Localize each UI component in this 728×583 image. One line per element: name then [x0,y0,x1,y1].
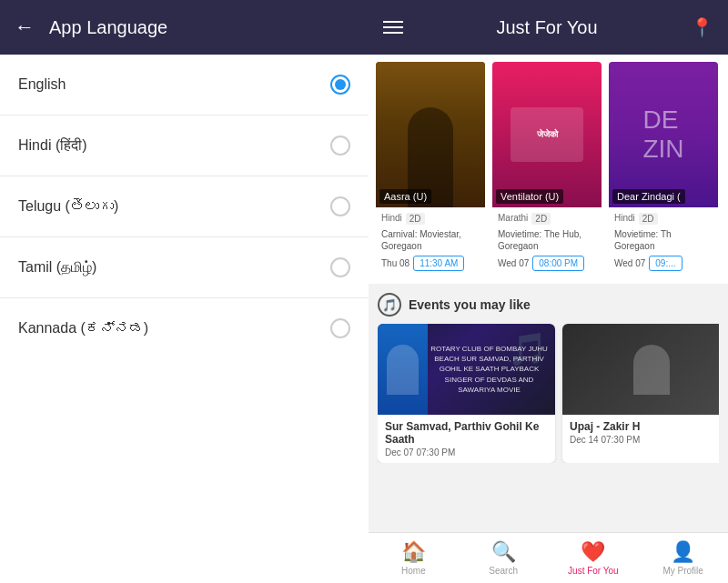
showtime-row-aasra: Thu 08 11:30 AM [381,256,480,271]
home-label: Home [401,566,426,576]
left-header: ← App Language [0,0,369,55]
language-item-hindi[interactable]: Hindi (हिंदी) [0,116,369,176]
movies-section: Aasra (U) Hindi 2D Carnival: Moviestar, … [369,55,728,284]
movie-card-aasra[interactable]: Aasra (U) Hindi 2D Carnival: Moviestar, … [376,62,485,276]
movie-poster-dear-zindagi: DEZIN Dear Zindagi ( [609,62,718,207]
just-for-you-label: Just For You [568,566,619,576]
movie-lang-badge-dear-zindagi: Hindi 2D [614,213,713,225]
movie-cards-container: Aasra (U) Hindi 2D Carnival: Moviestar, … [369,55,728,284]
language-name-telugu: Telugu (తెలుగు) [18,198,118,215]
bottom-nav: 🏠 Home 🔍 Search ❤️ Just For You 👤 My Pro… [369,532,728,583]
movie-label-ventilator: Ventilator (U) [496,189,563,204]
movie-label-dear-zindagi: Dear Zindagi ( [612,189,685,204]
date-aasra: Thu 08 [381,258,410,268]
lang-dear-zindagi: Hindi [614,213,635,225]
venue-aasra: Carnival: Moviestar, Goregaon [381,228,480,252]
app-language-panel: ← App Language English Hindi (हिंदी) Tel… [0,0,369,583]
my-profile-icon: 👤 [671,540,695,564]
nav-item-home[interactable]: 🏠 Home [369,535,459,581]
format-aasra: 2D [406,213,425,225]
movie-info-dear-zindagi: Hindi 2D Movietime: Th Goregaon Wed 07 0… [609,207,718,276]
just-for-you-panel: Just For You 📍 Aasra (U) Hindi [369,0,728,583]
radio-kannada[interactable] [330,318,350,338]
location-icon[interactable]: 📍 [691,16,713,38]
showtime-btn-aasra[interactable]: 11:30 AM [413,256,464,271]
language-name-tamil: Tamil (தமிழ்) [18,259,96,276]
showtime-row-dear-zindagi: Wed 07 09:... [614,256,713,271]
search-icon: 🔍 [491,540,516,564]
movie-info-ventilator: Marathi 2D Movietime: The Hub, Goregaon … [492,207,602,276]
event-card-upaj[interactable]: Upaj - Zakir H Dec 14 07:30 PM [562,324,719,463]
just-for-you-icon: ❤️ [581,540,605,564]
poster-person-aasra [376,62,485,207]
movie-label-aasra: Aasra (U) [379,189,431,204]
event-name-sur-samvad: Sur Samvad, Parthiv Gohil Ke Saath [385,420,548,446]
venue-dear-zindagi: Movietime: Th Goregaon [614,228,713,252]
event-date-sur-samvad: Dec 07 07:30 PM [385,447,548,457]
language-name-english: English [18,76,66,93]
event-card-sur-samvad[interactable]: 🎵 ROTARY CLUB OF BOMBAY JUHU BEACH SUR S… [378,324,555,463]
event-banner-sur-samvad: 🎵 ROTARY CLUB OF BOMBAY JUHU BEACH SUR S… [378,324,555,415]
movie-card-dear-zindagi[interactable]: DEZIN Dear Zindagi ( Hindi 2D Movietime:… [609,62,718,276]
menu-line-2 [383,26,403,28]
language-item-english[interactable]: English [0,55,369,116]
showtime-btn-ventilator[interactable]: 08:00 PM [532,256,584,271]
language-item-kannada[interactable]: Kannada (ಕನ್ನಡ) [0,298,369,358]
event-banner-upaj [562,324,719,415]
radio-telugu[interactable] [330,196,350,216]
left-header-title: App Language [49,17,167,38]
events-section-title: Events you may like [409,297,531,312]
language-item-tamil[interactable]: Tamil (தமிழ்) [0,237,369,298]
format-ventilator: 2D [531,213,551,225]
date-ventilator: Wed 07 [498,258,529,268]
movie-card-ventilator[interactable]: जेजेको Ventilator (U) Marathi 2D Movieti… [492,62,602,276]
event-date-upaj: Dec 14 07:30 PM [570,435,719,445]
events-header: 🎵 Events you may like [378,293,719,317]
movie-info-aasra: Hindi 2D Carnival: Moviestar, Goregaon T… [376,207,485,276]
right-header-title: Just For You [496,17,597,38]
date-dear-zindagi: Wed 07 [614,258,645,268]
event-name-upaj: Upaj - Zakir H [570,420,719,433]
my-profile-label: My Profile [662,566,703,576]
language-item-telugu[interactable]: Telugu (తెలుగు) [0,176,369,237]
format-dear-zindagi: 2D [639,213,658,225]
lang-ventilator: Marathi [498,213,528,225]
events-section: 🎵 Events you may like 🎵 ROTARY CLUB OF B… [369,284,728,532]
radio-tamil[interactable] [330,257,350,277]
nav-item-just-for-you[interactable]: ❤️ Just For You [549,535,639,581]
movie-lang-badge-ventilator: Marathi 2D [498,213,596,225]
menu-line-3 [383,32,403,34]
venue-ventilator: Movietime: The Hub, Goregaon [498,228,596,252]
hamburger-menu[interactable] [383,21,403,34]
event-details-sur-samvad: Sur Samvad, Parthiv Gohil Ke Saath Dec 0… [378,415,555,463]
event-details-upaj: Upaj - Zakir H Dec 14 07:30 PM [562,415,719,450]
movie-poster-aasra: Aasra (U) [376,62,485,207]
language-name-hindi: Hindi (हिंदी) [18,137,87,154]
home-icon: 🏠 [401,540,426,564]
event-cards-container: 🎵 ROTARY CLUB OF BOMBAY JUHU BEACH SUR S… [378,324,719,463]
language-name-kannada: Kannada (ಕನ್ನಡ) [18,320,148,337]
language-list: English Hindi (हिंदी) Telugu (తెలుగు) Ta… [0,55,369,583]
nav-item-my-profile[interactable]: 👤 My Profile [638,535,728,581]
back-button[interactable]: ← [15,15,35,39]
movie-lang-badge-aasra: Hindi 2D [381,213,480,225]
showtime-btn-dear-zindagi[interactable]: 09:... [649,256,682,271]
events-icon: 🎵 [378,293,401,317]
right-header: Just For You 📍 [369,0,728,55]
radio-english[interactable] [330,75,350,95]
showtime-row-ventilator: Wed 07 08:00 PM [498,256,596,271]
movie-poster-ventilator: जेजेको Ventilator (U) [492,62,602,207]
lang-aasra: Hindi [381,213,402,225]
event-banner-text-sur-samvad: ROTARY CLUB OF BOMBAY JUHU BEACH SUR SAM… [423,337,555,402]
nav-item-search[interactable]: 🔍 Search [459,535,549,581]
search-label: Search [489,566,518,576]
radio-hindi[interactable] [330,136,350,156]
menu-line-1 [383,21,403,23]
